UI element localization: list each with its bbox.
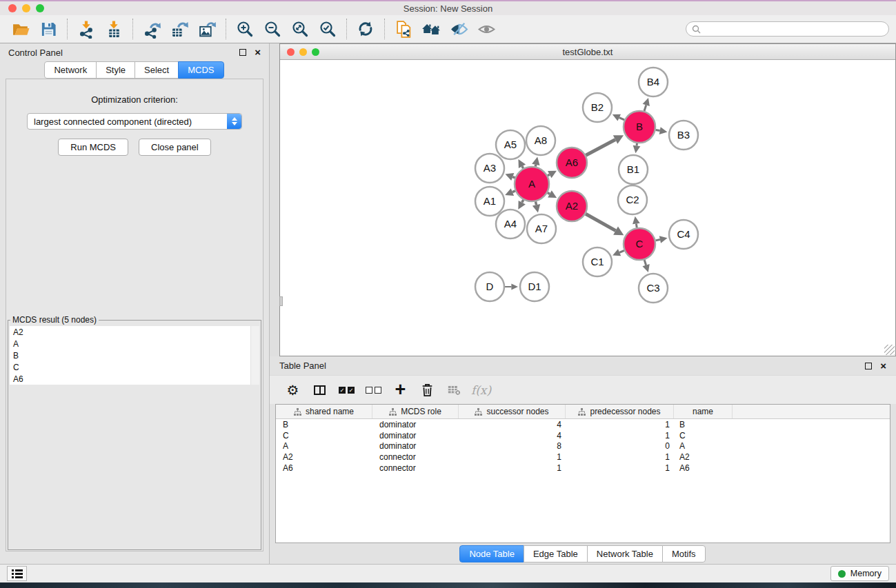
column-header-name[interactable]: name <box>674 405 733 418</box>
network-close-button[interactable] <box>287 48 295 56</box>
table-row[interactable]: Adominator80A <box>276 441 890 452</box>
close-panel-button[interactable]: Close panel <box>139 139 211 156</box>
graph-node-A7[interactable]: A7 <box>527 214 556 243</box>
graph-node-A4[interactable]: A4 <box>496 210 525 239</box>
column-header-successor-nodes[interactable]: successor nodes <box>459 405 566 418</box>
graph-node-C4[interactable]: C4 <box>669 220 698 249</box>
column-header-shared-name[interactable]: shared name <box>276 405 372 418</box>
hide-graphics-details-button[interactable] <box>445 17 472 41</box>
select-all-columns-button[interactable]: ✓✓ <box>333 378 360 402</box>
result-scrollbar[interactable] <box>250 326 259 385</box>
graph-node-A1[interactable]: A1 <box>475 187 504 216</box>
graph-edge-D-D1[interactable] <box>505 283 518 290</box>
result-list-item[interactable]: A2 <box>10 326 259 338</box>
graph-node-B1[interactable]: B1 <box>619 155 648 184</box>
task-history-button[interactable] <box>7 566 27 581</box>
result-list-item[interactable]: B <box>10 349 259 361</box>
graph-edge-A-A4[interactable] <box>518 200 526 210</box>
save-session-button[interactable] <box>34 17 62 41</box>
zoom-out-button[interactable] <box>259 17 286 41</box>
search-input[interactable] <box>704 24 883 34</box>
graph-edge-B-B2[interactable] <box>613 114 624 121</box>
minimize-window-button[interactable] <box>22 4 30 12</box>
result-list-item[interactable]: C <box>10 361 259 373</box>
table-row[interactable]: A2connector11A2 <box>276 452 890 463</box>
result-list-item[interactable]: A <box>10 338 259 349</box>
tab-style[interactable]: Style <box>96 61 135 79</box>
graph-node-A6[interactable]: A6 <box>557 148 587 178</box>
table-row[interactable]: Cdominator41C <box>276 430 890 441</box>
home-view-button[interactable] <box>417 17 445 41</box>
zoom-fit-button[interactable] <box>286 17 314 41</box>
graph-node-D[interactable]: D <box>475 272 504 301</box>
graph-node-C1[interactable]: C1 <box>583 247 612 276</box>
delete-column-button[interactable] <box>414 378 441 402</box>
tab-select[interactable]: Select <box>135 61 179 79</box>
function-builder-button[interactable]: f(x) <box>468 378 495 402</box>
network-minimize-button[interactable] <box>299 48 307 56</box>
graph-node-D1[interactable]: D1 <box>520 272 549 301</box>
graph-edge-A-A5[interactable] <box>518 159 526 168</box>
tab-network[interactable]: Network <box>44 61 97 79</box>
graph-node-A8[interactable]: A8 <box>526 126 555 155</box>
graph-node-A[interactable]: A <box>515 167 549 201</box>
graph-edge-A2-C[interactable] <box>586 214 624 235</box>
table-row[interactable]: Bdominator41B <box>276 419 890 430</box>
tab-network-table[interactable]: Network Table <box>587 545 663 562</box>
graph-edge-C-C4[interactable] <box>655 236 667 243</box>
graph-edge-A6-B[interactable] <box>586 135 624 155</box>
network-canvas[interactable]: B4B2BB3A8A5A6A3B1AC2A1A2A4A7C4CC1C3DD1 <box>280 60 895 356</box>
close-panel-icon[interactable]: × <box>255 49 261 56</box>
graph-node-C2[interactable]: C2 <box>618 185 647 214</box>
criterion-dropdown[interactable]: largest connected component (directed) <box>27 113 242 130</box>
open-session-button[interactable] <box>7 17 34 41</box>
column-header-MCDS-role[interactable]: MCDS role <box>372 405 459 418</box>
graph-node-A2[interactable]: A2 <box>557 191 587 221</box>
close-table-panel-icon[interactable]: × <box>880 363 886 369</box>
refresh-button[interactable] <box>352 17 379 41</box>
split-divider-handle[interactable] <box>279 296 283 306</box>
graph-edge-B-B3[interactable] <box>656 127 668 134</box>
clone-network-button[interactable] <box>390 17 417 41</box>
network-zoom-button[interactable] <box>312 48 319 56</box>
tab-node-table[interactable]: Node Table <box>459 545 524 562</box>
graph-node-B4[interactable]: B4 <box>639 68 668 97</box>
import-network-button[interactable] <box>72 17 100 41</box>
graph-edge-A-A3[interactable] <box>505 173 515 181</box>
delete-table-button[interactable] <box>441 378 468 402</box>
zoom-window-button[interactable] <box>36 4 44 12</box>
column-header-predecessor-nodes[interactable]: predecessor nodes <box>566 405 674 418</box>
zoom-selected-button[interactable] <box>314 17 341 41</box>
export-network-button[interactable] <box>138 17 166 41</box>
run-mcds-button[interactable]: Run MCDS <box>58 139 128 156</box>
table-row[interactable]: A6connector11A6 <box>276 463 890 474</box>
graph-edge-A-A2[interactable] <box>548 190 557 198</box>
import-table-button[interactable] <box>100 17 128 41</box>
export-image-button[interactable] <box>193 17 221 41</box>
graph-node-C3[interactable]: C3 <box>639 274 668 303</box>
zoom-in-button[interactable] <box>231 17 259 41</box>
float-table-panel-icon[interactable] <box>865 363 872 369</box>
graph-node-B[interactable]: B <box>624 111 655 143</box>
table-settings-button[interactable]: ⚙ <box>279 378 306 402</box>
graph-node-C[interactable]: C <box>624 228 655 260</box>
graph-edge-A-A1[interactable] <box>505 188 515 196</box>
graph-edge-A-A8[interactable] <box>532 157 539 167</box>
graph-edge-C-C3[interactable] <box>642 260 649 272</box>
show-graphics-details-button[interactable] <box>472 17 500 41</box>
show-columns-button[interactable] <box>306 378 333 402</box>
graph-edge-C-C1[interactable] <box>613 249 624 256</box>
graph-edge-B-B4[interactable] <box>643 98 650 111</box>
memory-button[interactable]: Memory <box>830 566 889 581</box>
graph-node-B3[interactable]: B3 <box>669 121 698 150</box>
tab-mcds[interactable]: MCDS <box>178 61 223 79</box>
add-column-button[interactable]: + <box>387 378 414 402</box>
close-window-button[interactable] <box>8 4 17 12</box>
graph-node-B2[interactable]: B2 <box>583 93 612 122</box>
result-list-item[interactable]: A6 <box>10 373 259 385</box>
graph-edge-C-C2[interactable] <box>633 216 640 228</box>
graph-node-A3[interactable]: A3 <box>475 154 504 183</box>
export-table-button[interactable] <box>166 17 193 41</box>
graph-edge-A-A6[interactable] <box>548 171 557 179</box>
window-resize-grip[interactable] <box>884 345 895 355</box>
